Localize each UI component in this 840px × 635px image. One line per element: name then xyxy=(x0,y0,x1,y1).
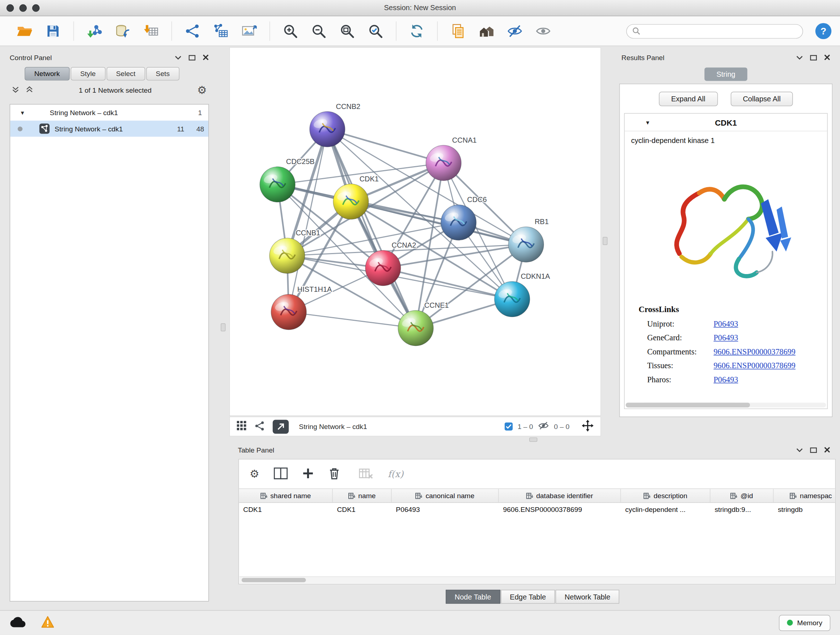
table-cell[interactable]: 9606.ENSP00000378699 xyxy=(499,503,621,517)
table-cell[interactable]: stringdb:9... xyxy=(711,503,774,517)
collapse-all-icon[interactable] xyxy=(12,86,19,95)
control-panel-float-icon[interactable] xyxy=(188,54,195,60)
hide-unselected-button[interactable] xyxy=(503,19,527,43)
gene-section-header[interactable]: ▼ CDK1 xyxy=(625,114,827,131)
expand-all-button[interactable]: Expand All xyxy=(659,92,718,106)
copy-clipboard-button[interactable] xyxy=(447,19,470,43)
tab-network-table[interactable]: Network Table xyxy=(556,590,620,604)
zoom-in-button[interactable] xyxy=(279,19,302,43)
results-horizontal-scrollbar[interactable] xyxy=(626,402,826,407)
warning-status-button[interactable] xyxy=(41,616,55,630)
search-input[interactable] xyxy=(644,27,797,35)
network-edge-HIST1H1A-CCNE1[interactable] xyxy=(289,312,416,328)
zoom-window-button[interactable] xyxy=(32,4,40,12)
tree-expand-caret-icon[interactable]: ▼ xyxy=(20,110,25,116)
memory-button[interactable]: Memory xyxy=(779,615,830,631)
control-panel-collapse-icon[interactable] xyxy=(175,55,182,60)
share-view-icon[interactable] xyxy=(254,421,264,432)
network-graph[interactable]: CCNB2CCNA1CDC25BCDK1CDC6RB1CCNB1CCNA2CDK… xyxy=(230,48,602,417)
crosslink-link[interactable]: 9606.ENSP00000378699 xyxy=(714,347,796,356)
show-columns-icon[interactable] xyxy=(274,467,288,481)
hidden-eye-slash-icon[interactable] xyxy=(538,421,549,432)
network-node-CDC6[interactable] xyxy=(441,205,477,241)
column-header-shared-name[interactable]: shared name xyxy=(239,489,332,502)
tab-network[interactable]: Network xyxy=(25,67,69,80)
network-node-HIST1H1A[interactable] xyxy=(271,295,306,330)
table-row[interactable]: CDK1CDK1P064939606.ENSP00000378699cyclin… xyxy=(239,503,835,517)
network-edge-CCNB2-CCNE1[interactable] xyxy=(327,129,416,328)
table-cell[interactable]: P06493 xyxy=(392,503,499,517)
column-header-namespac[interactable]: namespac xyxy=(774,489,836,502)
home-overview-button[interactable] xyxy=(475,19,498,43)
network-row-selected[interactable]: String Network – cdk1 11 48 xyxy=(10,120,208,136)
save-session-button[interactable] xyxy=(41,19,65,43)
column-header-canonical-name[interactable]: canonical name xyxy=(392,489,499,502)
tab-node-table[interactable]: Node Table xyxy=(446,590,500,604)
crosshair-move-icon[interactable] xyxy=(582,420,594,433)
splitter-handle[interactable] xyxy=(529,437,537,442)
table-horizontal-scrollbar[interactable] xyxy=(240,576,835,583)
search-box[interactable] xyxy=(626,24,803,38)
help-button[interactable]: ? xyxy=(815,23,831,39)
network-node-CDC25B[interactable] xyxy=(260,167,295,203)
table-cell[interactable]: CDK1 xyxy=(239,503,332,517)
network-node-CDK1[interactable] xyxy=(333,184,369,219)
table-settings-gear-icon[interactable]: ⚙ xyxy=(249,469,259,479)
column-header-name[interactable]: name xyxy=(333,489,392,502)
crosslink-link[interactable]: 9606.ENSP00000378699 xyxy=(714,361,796,370)
results-panel-float-icon[interactable] xyxy=(810,54,817,60)
network-node-CCNB1[interactable] xyxy=(270,238,305,274)
table-panel-float-icon[interactable] xyxy=(810,447,817,453)
crosslink-link[interactable]: P06493 xyxy=(714,333,738,342)
show-all-button[interactable] xyxy=(531,19,555,43)
network-node-CCNA2[interactable] xyxy=(365,250,401,286)
tab-select[interactable]: Select xyxy=(106,67,145,80)
network-table-button[interactable] xyxy=(209,19,233,43)
share-network-button[interactable] xyxy=(180,19,204,43)
zoom-out-button[interactable] xyxy=(307,19,331,43)
add-column-plus-icon[interactable] xyxy=(302,467,314,481)
table-panel-collapse-icon[interactable] xyxy=(796,448,803,452)
collapse-all-button[interactable]: Collapse All xyxy=(730,92,793,106)
window-titlebar[interactable]: Session: New Session xyxy=(0,0,840,16)
tab-string[interactable]: String xyxy=(704,68,747,81)
network-edge-CCNB2-HIST1H1A[interactable] xyxy=(289,129,327,312)
gear-icon[interactable]: ⚙ xyxy=(197,85,207,96)
network-node-RB1[interactable] xyxy=(508,226,544,262)
results-panel-close-icon[interactable] xyxy=(824,54,831,61)
network-node-CCNB2[interactable] xyxy=(309,111,345,147)
selected-checkbox-icon[interactable] xyxy=(505,423,513,431)
tab-style[interactable]: Style xyxy=(71,67,105,80)
table-panel-close-icon[interactable] xyxy=(824,447,831,453)
open-session-button[interactable] xyxy=(13,19,36,43)
network-edge-CCNA2-CDKN1A[interactable] xyxy=(383,268,512,299)
table-cell[interactable]: cyclin-dependent ... xyxy=(621,503,710,517)
scrollbar-thumb[interactable] xyxy=(242,578,306,582)
column-header-database-identifier[interactable]: database identifier xyxy=(499,489,621,502)
control-panel-close-icon[interactable] xyxy=(202,54,209,61)
network-node-CDKN1A[interactable] xyxy=(494,281,530,317)
minimize-window-button[interactable] xyxy=(19,4,27,12)
table-cell[interactable]: CDK1 xyxy=(333,503,392,517)
import-network-file-button[interactable] xyxy=(82,19,106,43)
delete-column-trash-icon[interactable] xyxy=(328,467,340,481)
column-header--id[interactable]: @id xyxy=(711,489,774,502)
network-view-canvas[interactable]: CCNB2CCNA1CDC25BCDK1CDC6RB1CCNB1CCNA2CDK… xyxy=(229,47,601,416)
tab-sets[interactable]: Sets xyxy=(146,67,180,80)
network-collection-row[interactable]: ▼ String Network – cdk1 1 xyxy=(10,105,208,120)
crosslink-link[interactable]: P06493 xyxy=(714,319,738,328)
table-cell[interactable]: stringdb xyxy=(774,503,836,517)
refresh-layout-button[interactable] xyxy=(405,19,429,43)
splitter-handle[interactable] xyxy=(221,323,225,331)
scrollbar-thumb[interactable] xyxy=(626,402,750,407)
pop-out-view-button[interactable] xyxy=(273,420,289,434)
column-header-description[interactable]: description xyxy=(621,489,710,502)
zoom-selected-button[interactable] xyxy=(364,19,387,43)
splitter-handle[interactable] xyxy=(603,237,607,245)
import-network-database-button[interactable] xyxy=(111,19,134,43)
crosslink-link[interactable]: P06493 xyxy=(714,375,738,384)
results-panel-collapse-icon[interactable] xyxy=(796,55,803,60)
expand-all-icon[interactable] xyxy=(26,86,33,95)
zoom-fit-button[interactable] xyxy=(335,19,359,43)
network-node-CCNE1[interactable] xyxy=(398,310,433,346)
